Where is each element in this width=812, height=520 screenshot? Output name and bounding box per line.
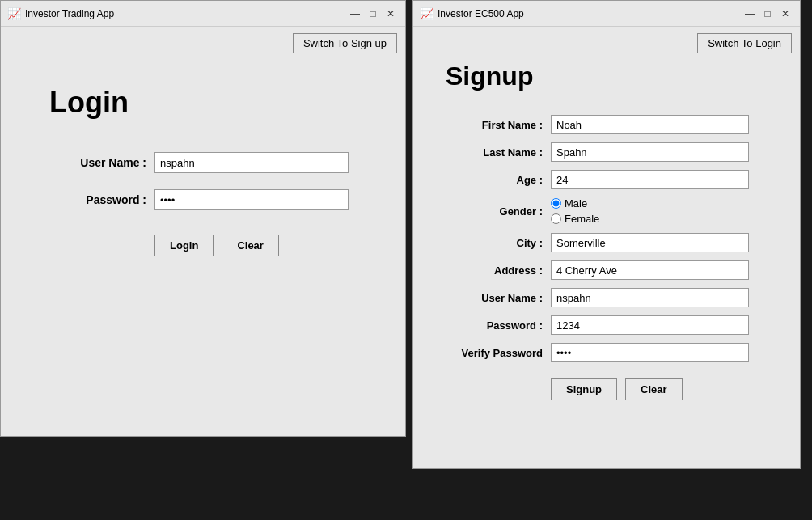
right-window: 📈 Investor EC500 App — □ ✕ Switch To Log… xyxy=(412,0,801,469)
gender-male-text: Male xyxy=(565,197,587,209)
age-row: Age : xyxy=(438,170,776,189)
maximize-btn-left[interactable]: □ xyxy=(365,6,381,22)
address-input[interactable] xyxy=(551,260,749,280)
verify-password-label: Verify Password xyxy=(438,347,543,359)
gender-female-radio[interactable] xyxy=(551,213,561,224)
maximize-btn-right[interactable]: □ xyxy=(759,6,776,22)
switch-to-login-button[interactable]: Switch To Login xyxy=(697,33,792,53)
clear-button-left[interactable]: Clear xyxy=(222,235,279,256)
firstname-input[interactable] xyxy=(551,115,749,134)
login-button[interactable]: Login xyxy=(154,235,214,256)
minimize-btn-right[interactable]: — xyxy=(742,6,758,22)
username-row: User Name : xyxy=(49,152,357,173)
signup-username-label: User Name : xyxy=(438,292,543,304)
lastname-label: Last Name : xyxy=(438,146,543,159)
title-bar-left: 📈 Investor Trading App — □ ✕ xyxy=(1,1,405,27)
window-title-left: Investor Trading App xyxy=(25,8,347,19)
divider xyxy=(438,108,776,108)
gender-female-text: Female xyxy=(565,213,599,225)
signup-password-label: Password : xyxy=(438,319,543,332)
close-btn-right[interactable]: ✕ xyxy=(777,6,793,22)
gender-row: Gender : Male Female xyxy=(438,197,776,225)
app-icon-right: 📈 xyxy=(420,7,433,20)
signup-title: Signup xyxy=(446,61,533,91)
address-label: Address : xyxy=(438,264,543,277)
username-label: User Name : xyxy=(49,156,146,169)
clear-button-right[interactable]: Clear xyxy=(625,378,683,400)
gender-group: Male Female xyxy=(551,197,599,225)
signup-username-row: User Name : xyxy=(438,288,776,307)
city-row: City : xyxy=(438,233,776,252)
switch-to-signup-button[interactable]: Switch To Sign up xyxy=(293,33,397,53)
firstname-label: First Name : xyxy=(438,119,543,131)
age-label: Age : xyxy=(438,174,543,186)
login-title: Login xyxy=(49,86,129,120)
window-title-right: Investor EC500 App xyxy=(438,8,742,19)
verify-password-row: Verify Password xyxy=(438,343,776,362)
login-button-row: Login Clear xyxy=(154,235,279,256)
password-row: Password : xyxy=(49,189,357,210)
signup-password-row: Password : xyxy=(438,315,776,335)
gender-female-label[interactable]: Female xyxy=(551,213,599,225)
top-bar-right: Switch To Login xyxy=(413,27,800,53)
top-bar-left: Switch To Sign up xyxy=(1,27,405,53)
signup-password-input[interactable] xyxy=(551,315,749,335)
signup-button-row: Signup Clear xyxy=(551,378,683,400)
signup-button[interactable]: Signup xyxy=(551,378,617,400)
lastname-input[interactable] xyxy=(551,142,749,162)
minimize-btn-left[interactable]: — xyxy=(347,6,363,22)
app-icon-left: 📈 xyxy=(7,7,20,20)
password-input[interactable] xyxy=(154,189,349,210)
window-controls-left: — □ ✕ xyxy=(347,6,399,22)
password-label: Password : xyxy=(49,193,146,206)
signup-username-input[interactable] xyxy=(551,288,749,307)
username-input[interactable] xyxy=(154,152,349,173)
gender-male-radio[interactable] xyxy=(551,198,561,209)
lastname-row: Last Name : xyxy=(438,142,776,162)
login-area: Login User Name : Password : Login Clear xyxy=(1,53,405,436)
close-btn-left[interactable]: ✕ xyxy=(383,6,399,22)
firstname-row: First Name : xyxy=(438,115,776,134)
signup-area: Signup First Name : Last Name : Age : Ge… xyxy=(413,53,800,468)
city-label: City : xyxy=(438,237,543,249)
age-input[interactable] xyxy=(551,170,749,189)
gender-male-label[interactable]: Male xyxy=(551,197,599,209)
title-bar-right: 📈 Investor EC500 App — □ ✕ xyxy=(413,1,800,27)
address-row: Address : xyxy=(438,260,776,280)
gender-label: Gender : xyxy=(438,205,543,218)
window-controls-right: — □ ✕ xyxy=(742,6,793,22)
verify-password-input[interactable] xyxy=(551,343,749,362)
left-window: 📈 Investor Trading App — □ ✕ Switch To S… xyxy=(0,0,406,437)
city-input[interactable] xyxy=(551,233,749,252)
